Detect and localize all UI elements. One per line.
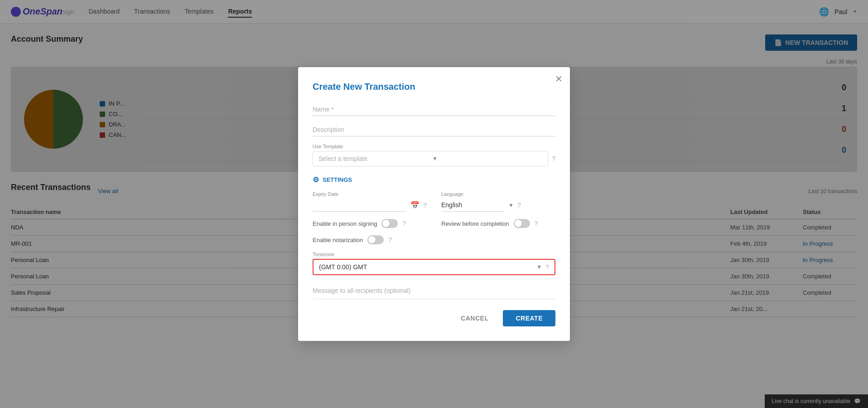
timezone-section: Timezone (GMT 0:00) GMT (GMT -5:00) EST … bbox=[313, 252, 555, 275]
notarization-help-icon[interactable]: ? bbox=[388, 236, 392, 243]
use-template-group: Use Template Select a template ▼ ? bbox=[313, 144, 555, 166]
language-select[interactable]: English French Spanish German bbox=[441, 199, 505, 212]
calendar-icon[interactable]: 📅 bbox=[410, 201, 420, 209]
modal-footer: CANCEL CREATE bbox=[313, 310, 555, 326]
settings-gear-icon: ⚙ bbox=[313, 175, 319, 184]
notarization-toggle[interactable] bbox=[367, 235, 384, 244]
in-person-signing-group: Enable in person signing ? bbox=[313, 219, 427, 228]
expiry-date-group: Expiry Date 📅 ? bbox=[313, 191, 427, 212]
modal-title: Create New Transaction bbox=[313, 82, 555, 92]
timezone-arrow-icon: ▼ bbox=[536, 264, 542, 270]
modal-close-button[interactable]: ✕ bbox=[555, 74, 563, 83]
language-arrow-icon: ▼ bbox=[508, 202, 514, 209]
review-before-completion-group: Review before completion ? bbox=[441, 219, 555, 228]
settings-toggle[interactable]: ⚙ SETTINGS bbox=[313, 175, 555, 184]
transaction-name-input[interactable] bbox=[313, 103, 555, 116]
settings-grid: Expiry Date 📅 ? Language English French … bbox=[313, 191, 555, 244]
notarization-group: Enable notarization ? bbox=[313, 235, 427, 244]
language-help-icon[interactable]: ? bbox=[517, 202, 521, 209]
language-select-wrap: English French Spanish German ▼ ? bbox=[441, 199, 555, 212]
review-before-completion-label: Review before completion bbox=[441, 220, 509, 227]
template-select-arrow-icon: ▼ bbox=[432, 155, 542, 162]
expiry-help-icon[interactable]: ? bbox=[423, 202, 427, 209]
in-person-signing-row: Enable in person signing ? bbox=[313, 219, 427, 228]
name-field-group bbox=[313, 103, 555, 116]
expiry-date-field-row: 📅 ? bbox=[313, 199, 427, 212]
message-to-recipients-input[interactable] bbox=[313, 282, 555, 299]
in-person-signing-help-icon[interactable]: ? bbox=[402, 220, 406, 227]
timezone-label: Timezone bbox=[313, 252, 555, 257]
modal-overlay: ✕ Create New Transaction Use Template Se… bbox=[0, 0, 868, 328]
timezone-select-wrap: (GMT 0:00) GMT (GMT -5:00) EST (GMT -8:0… bbox=[313, 259, 555, 275]
expiry-date-label: Expiry Date bbox=[313, 191, 427, 197]
template-select-dropdown[interactable]: Select a template ▼ bbox=[313, 151, 548, 166]
expiry-date-input[interactable] bbox=[313, 199, 407, 212]
in-person-signing-toggle[interactable] bbox=[381, 219, 398, 228]
template-select-value: Select a template bbox=[318, 155, 429, 162]
cancel-button[interactable]: CANCEL bbox=[453, 310, 496, 326]
toggle-knob-notarization bbox=[368, 236, 376, 243]
language-group: Language English French Spanish German ▼… bbox=[441, 191, 555, 212]
toggle-knob-review bbox=[515, 220, 522, 227]
review-help-icon[interactable]: ? bbox=[535, 220, 538, 227]
review-before-completion-toggle[interactable] bbox=[514, 219, 530, 228]
settings-label: SETTINGS bbox=[323, 176, 352, 183]
timezone-select[interactable]: (GMT 0:00) GMT (GMT -5:00) EST (GMT -8:0… bbox=[319, 263, 533, 271]
transaction-description-input[interactable] bbox=[313, 123, 555, 136]
use-template-label: Use Template bbox=[313, 144, 555, 149]
create-transaction-modal: ✕ Create New Transaction Use Template Se… bbox=[298, 67, 570, 328]
template-help-icon[interactable]: ? bbox=[552, 155, 555, 162]
create-button[interactable]: CREATE bbox=[503, 310, 555, 326]
language-label: Language bbox=[441, 191, 555, 197]
description-field-group bbox=[313, 123, 555, 136]
review-before-completion-row: Review before completion ? bbox=[441, 219, 555, 228]
notarization-row: Enable notarization ? bbox=[313, 235, 427, 244]
timezone-help-icon[interactable]: ? bbox=[545, 263, 549, 271]
in-person-signing-label: Enable in person signing bbox=[313, 220, 377, 227]
toggle-knob bbox=[382, 220, 390, 227]
notarization-label: Enable notarization bbox=[313, 237, 363, 243]
